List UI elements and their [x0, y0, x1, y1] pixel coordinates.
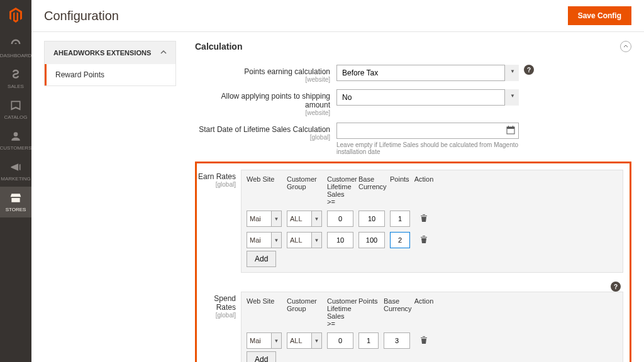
config-nav-section: AHEADWORKS EXTENSIONS Reward Points [44, 41, 176, 86]
collapse-section-button[interactable] [620, 41, 631, 52]
calendar-icon[interactable] [506, 126, 515, 136]
delete-row-icon[interactable] [420, 235, 428, 246]
spend-rates-section: Spend Rates [global] Web Site Customer G… [197, 292, 623, 362]
svg-rect-2 [508, 126, 509, 128]
start-date-control: Leave empty if Lifetime Sales should be … [336, 123, 519, 155]
points-calc-select-wrap [336, 65, 519, 81]
config-nav-item-reward-points[interactable]: Reward Points [45, 64, 175, 85]
nav-sales-label: SALES [8, 84, 24, 89]
points-input[interactable] [390, 232, 410, 248]
customer-group-select[interactable]: ALL▼ [287, 211, 322, 227]
field-start-date: Start Date of Lifetime Sales Calculation… [195, 123, 631, 155]
lifetime-sales-input[interactable] [327, 232, 353, 248]
points-input[interactable] [358, 332, 379, 349]
nav-catalog-label: CATALOG [4, 114, 27, 120]
nav-customers[interactable]: CUSTOMERS [0, 125, 31, 156]
page-title: Configuration [44, 9, 568, 23]
website-select[interactable]: Mai▼ [247, 332, 282, 349]
help-icon[interactable]: ? [611, 282, 621, 292]
earn-rates-label: Earn Rates [global] [197, 170, 241, 188]
earn-rate-row: Mai▼ ALL▼ [247, 211, 618, 227]
nav-dashboard-label: DASHBOARD [0, 53, 31, 58]
nav-customers-label: CUSTOMERS [0, 145, 31, 151]
earn-rates-table: Web Site Customer Group Customer Lifetim… [241, 170, 623, 273]
points-input[interactable] [390, 211, 410, 227]
field-label: Start Date of Lifetime Sales Calculation… [195, 123, 336, 141]
chevron-down-icon: ▼ [312, 211, 322, 227]
earn-rate-row: Mai▼ ALL▼ [247, 232, 618, 248]
config-nav-section-label: AHEADWORKS EXTENSIONS [53, 49, 151, 57]
points-calc-select[interactable] [336, 65, 519, 81]
nav-catalog[interactable]: CATALOG [0, 94, 31, 125]
field-label: Points earning calculation [website] [195, 65, 336, 83]
nav-marketing-label: MARKETING [1, 176, 31, 182]
add-earn-rate-button[interactable]: Add [247, 251, 276, 267]
shipping-select[interactable] [336, 89, 519, 106]
customer-group-select[interactable]: ALL▼ [287, 232, 322, 248]
field-points-calculation: Points earning calculation [website] ? [195, 65, 631, 83]
delete-row-icon[interactable] [420, 336, 428, 346]
config-nav: AHEADWORKS EXTENSIONS Reward Points [44, 41, 176, 362]
svg-rect-3 [513, 126, 513, 128]
field-label: Allow applying points to shipping amount… [195, 89, 336, 116]
lifetime-sales-input[interactable] [327, 211, 353, 227]
earn-rates-section: Earn Rates [global] Web Site Customer Gr… [197, 170, 623, 273]
base-currency-input[interactable] [358, 211, 385, 227]
add-spend-rate-button[interactable]: Add [247, 351, 276, 362]
config-nav-section-header[interactable]: AHEADWORKS EXTENSIONS [45, 41, 175, 64]
nav-stores[interactable]: STORES [0, 187, 31, 217]
website-select[interactable]: Mai▼ [247, 232, 282, 248]
save-config-button[interactable]: Save Config [568, 6, 631, 25]
delete-row-icon[interactable] [420, 214, 428, 224]
chevron-down-icon: ▼ [312, 332, 322, 349]
lifetime-sales-input[interactable] [327, 332, 353, 349]
chevron-up-icon [160, 49, 167, 57]
page-content: AHEADWORKS EXTENSIONS Reward Points Calc… [31, 32, 644, 362]
nav-marketing[interactable]: MARKETING [0, 156, 31, 187]
customer-group-select[interactable]: ALL▼ [287, 332, 322, 349]
section-header: Calculation [195, 41, 631, 52]
nav-stores-label: STORES [6, 207, 26, 212]
svg-rect-1 [507, 127, 514, 129]
config-main: Calculation Points earning calculation [… [195, 41, 631, 362]
website-select[interactable]: Mai▼ [247, 211, 282, 227]
admin-sidebar: DASHBOARD SALES CATALOG CUSTOMERS MARKET… [0, 0, 31, 362]
spend-rates-table: Web Site Customer Group Customer Lifetim… [241, 292, 623, 362]
field-shipping: Allow applying points to shipping amount… [195, 89, 631, 116]
help-icon[interactable]: ? [524, 65, 534, 75]
chevron-down-icon: ▼ [272, 232, 282, 248]
base-currency-input[interactable] [384, 332, 410, 349]
magento-logo [8, 8, 23, 23]
nav-sales[interactable]: SALES [0, 63, 31, 94]
rates-highlight-box: Earn Rates [global] Web Site Customer Gr… [195, 162, 631, 362]
earn-rates-header: Web Site Customer Group Customer Lifetim… [247, 175, 618, 206]
chevron-down-icon: ▼ [272, 332, 282, 349]
page-header: Configuration Save Config [31, 0, 644, 32]
nav-dashboard[interactable]: DASHBOARD [0, 33, 31, 63]
chevron-down-icon: ▼ [312, 232, 322, 248]
start-date-input[interactable] [336, 123, 519, 139]
spend-rates-label: Spend Rates [global] [197, 292, 241, 319]
spend-rates-header: Web Site Customer Group Customer Lifetim… [247, 297, 618, 327]
shipping-select-wrap [336, 89, 519, 106]
chevron-down-icon: ▼ [272, 211, 282, 227]
spend-rate-row: Mai▼ ALL▼ [247, 332, 618, 349]
base-currency-input[interactable] [358, 232, 385, 248]
section-title: Calculation [195, 41, 620, 52]
field-note: Leave empty if Lifetime Sales should be … [336, 141, 519, 155]
